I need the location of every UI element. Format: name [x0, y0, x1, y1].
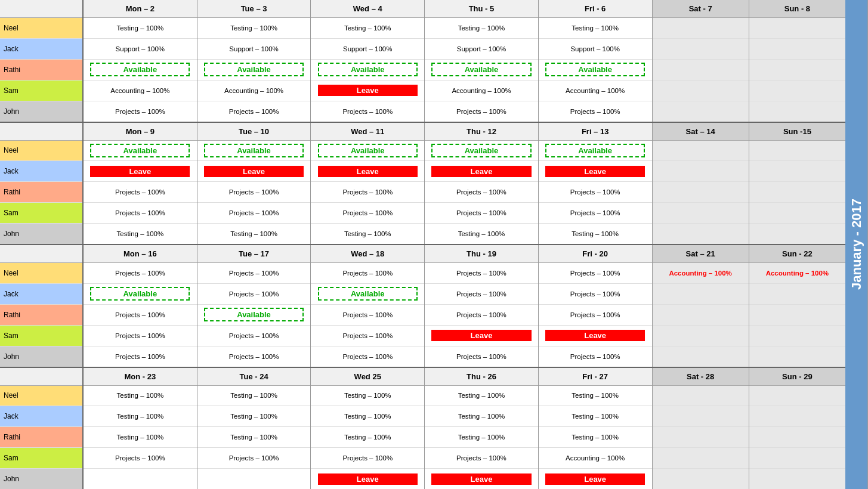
available-box: Available	[545, 144, 645, 157]
day-col-0-6: Sun - 8	[749, 0, 845, 122]
day-header-0-1: Tue – 3	[197, 0, 311, 18]
day-header-2-0: Mon – 16	[84, 245, 197, 263]
cell-3-6-0	[749, 386, 845, 407]
day-col-2-2: Wed – 18Projects – 100%AvailableProjects…	[311, 245, 425, 367]
cell-1-3-0: Available	[425, 141, 538, 162]
days-grid-week-1: Mon – 9AvailableLeaveProjects – 100%Proj…	[84, 123, 845, 244]
cell-0-5-4	[653, 101, 749, 122]
available-box: Available	[204, 144, 304, 157]
cell-2-6-0: Accounting – 100%	[749, 263, 845, 284]
cell-1-5-0	[653, 141, 749, 162]
cell-2-2-2: Projects – 100%	[311, 305, 424, 326]
person-label-sam-week-3: Sam	[0, 448, 82, 469]
cell-1-4-4: Testing – 100%	[539, 224, 652, 244]
cell-1-0-1: Leave	[84, 161, 197, 182]
cell-3-3-3: Projects – 100%	[425, 448, 538, 469]
cell-0-4-2: Available	[539, 60, 652, 81]
cell-3-2-0: Testing – 100%	[311, 386, 424, 407]
week-row-2: NeelJackRathiSamJohnMon – 16Projects – 1…	[0, 245, 845, 368]
cell-3-2-1: Testing – 100%	[311, 406, 424, 427]
cell-2-3-1: Projects – 100%	[425, 284, 538, 305]
cell-2-1-0: Projects – 100%	[197, 263, 311, 284]
cell-1-0-3: Projects – 100%	[84, 203, 197, 224]
day-header-0-0: Mon – 2	[84, 0, 197, 18]
cell-3-1-2: Testing – 100%	[197, 427, 311, 448]
cell-3-3-4: Leave	[425, 469, 538, 489]
days-grid-week-0: Mon – 2Testing – 100%Support – 100%Avail…	[84, 0, 845, 122]
week-row-1: NeelJackRathiSamJohnMon – 9AvailableLeav…	[0, 123, 845, 246]
cell-0-3-3: Accounting – 100%	[425, 81, 538, 101]
day-col-2-3: Thu - 19Projects – 100%Projects – 100%Pr…	[425, 245, 539, 367]
red-text-cell: Accounting – 100%	[766, 270, 829, 277]
cell-1-2-3: Projects – 100%	[311, 203, 424, 224]
cell-2-6-1	[749, 284, 845, 305]
cell-0-4-3: Accounting – 100%	[539, 81, 652, 101]
cell-3-4-2: Testing – 100%	[539, 427, 652, 448]
person-label-jack-week-2: Jack	[0, 284, 82, 305]
cell-1-1-1: Leave	[197, 161, 311, 182]
person-label-john-week-2: John	[0, 346, 82, 367]
cell-0-1-1: Support – 100%	[197, 39, 311, 60]
cell-0-5-1	[653, 39, 749, 60]
red-text-cell: Accounting – 100%	[669, 270, 731, 277]
cell-0-5-0	[653, 18, 749, 39]
names-col-week-1: NeelJackRathiSamJohn	[0, 123, 84, 244]
day-header-3-5: Sat - 28	[653, 368, 749, 386]
cell-2-4-3: Leave	[539, 326, 652, 346]
cell-0-0-4: Projects – 100%	[84, 101, 197, 122]
day-header-2-5: Sat – 21	[653, 245, 749, 263]
day-col-2-1: Tue – 17Projects – 100%Projects – 100%Av…	[197, 245, 311, 367]
day-header-1-2: Wed – 11	[311, 123, 424, 141]
cell-2-2-3: Projects – 100%	[311, 326, 424, 346]
cell-3-0-2: Testing – 100%	[84, 427, 197, 448]
cell-0-3-2: Available	[425, 60, 538, 81]
calendar-grid: NeelJackRathiSamJohnMon – 2Testing – 100…	[0, 0, 845, 489]
cell-2-0-1: Available	[84, 284, 197, 305]
cell-2-3-2: Projects – 100%	[425, 305, 538, 326]
day-col-0-1: Tue – 3Testing – 100%Support – 100%Avail…	[197, 0, 311, 122]
cell-3-6-2	[749, 427, 845, 448]
cell-1-4-3: Projects – 100%	[539, 203, 652, 224]
day-col-1-0: Mon – 9AvailableLeaveProjects – 100%Proj…	[84, 123, 197, 244]
available-box: Available	[90, 287, 190, 301]
day-col-0-4: Fri - 6Testing – 100%Support – 100%Avail…	[539, 0, 653, 122]
calendar-container: NeelJackRathiSamJohnMon – 2Testing – 100…	[0, 0, 868, 489]
cell-1-3-3: Projects – 100%	[425, 203, 538, 224]
cell-3-5-3	[653, 448, 749, 469]
cell-1-4-0: Available	[539, 141, 652, 162]
day-header-3-2: Wed 25	[311, 368, 424, 386]
cell-0-5-3	[653, 81, 749, 101]
leave-box: Leave	[545, 166, 645, 177]
cell-3-6-4	[749, 469, 845, 489]
cell-0-3-1: Support – 100%	[425, 39, 538, 60]
day-col-1-4: Fri – 13AvailableLeaveProjects – 100%Pro…	[539, 123, 653, 244]
cell-3-3-1: Testing – 100%	[425, 406, 538, 427]
cell-2-5-3	[653, 326, 749, 346]
cell-0-1-4: Projects – 100%	[197, 101, 311, 122]
cell-1-6-3	[749, 203, 845, 224]
cell-3-0-3: Projects – 100%	[84, 448, 197, 469]
cell-1-5-4	[653, 224, 749, 244]
day-header-2-3: Thu - 19	[425, 245, 538, 263]
names-col-week-3: NeelJackRathiSamJohn	[0, 368, 84, 490]
day-header-3-3: Thu - 26	[425, 368, 538, 386]
cell-3-1-3: Projects – 100%	[197, 448, 311, 469]
cell-0-2-4: Projects – 100%	[311, 101, 424, 122]
day-col-2-0: Mon – 16Projects – 100%AvailableProjects…	[84, 245, 197, 367]
day-header-0-2: Wed – 4	[311, 0, 424, 18]
cell-2-5-4	[653, 346, 749, 367]
cell-2-5-1	[653, 284, 749, 305]
cell-3-4-0: Testing – 100%	[539, 386, 652, 407]
day-header-0-4: Fri - 6	[539, 0, 652, 18]
cell-0-3-0: Testing – 100%	[425, 18, 538, 39]
cell-0-6-4	[749, 101, 845, 122]
day-col-3-3: Thu - 26Testing – 100%Testing – 100%Test…	[425, 368, 539, 490]
cell-1-0-4: Testing – 100%	[84, 224, 197, 244]
day-header-2-4: Fri - 20	[539, 245, 652, 263]
leave-box: Leave	[318, 85, 418, 96]
cell-0-1-2: Available	[197, 60, 311, 81]
cell-0-4-0: Testing – 100%	[539, 18, 652, 39]
cell-2-5-0: Accounting – 100%	[653, 263, 749, 284]
cell-1-2-4: Testing – 100%	[311, 224, 424, 244]
cell-1-1-4: Testing – 100%	[197, 224, 311, 244]
